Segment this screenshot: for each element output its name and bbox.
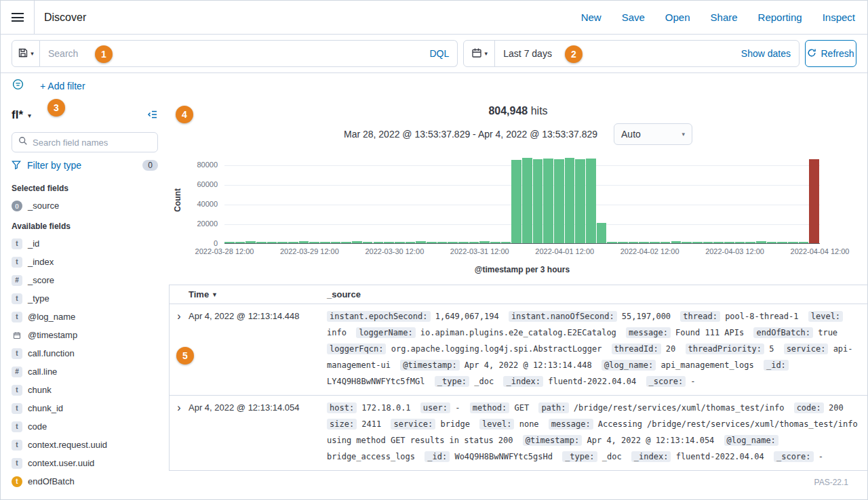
refresh-button[interactable]: Refresh <box>805 40 856 67</box>
field-item-call.line[interactable]: #call.line <box>12 362 158 381</box>
histogram-bar[interactable] <box>618 242 628 243</box>
column-header-time[interactable]: Time ▼ <box>189 289 327 299</box>
histogram-bar[interactable] <box>437 242 448 243</box>
histogram-bar[interactable] <box>406 242 416 243</box>
add-filter-button[interactable]: + Add filter <box>40 81 85 91</box>
histogram-bar[interactable] <box>745 242 755 243</box>
histogram-bar[interactable] <box>799 242 809 243</box>
header-action-share[interactable]: Share <box>711 12 738 23</box>
histogram-bar[interactable] <box>767 242 777 243</box>
histogram-bar[interactable] <box>724 242 734 243</box>
time-range-display[interactable]: Last 7 days Show dates <box>495 41 799 66</box>
histogram-bar[interactable] <box>427 242 437 243</box>
collapse-sidebar-button[interactable] <box>147 109 158 122</box>
histogram-bar[interactable] <box>671 241 682 243</box>
histogram-bar[interactable] <box>735 242 745 243</box>
histogram-bar[interactable] <box>650 242 660 243</box>
field-name-label: _source <box>28 201 59 211</box>
histogram-bar[interactable] <box>703 242 713 243</box>
histogram-bar[interactable] <box>320 242 330 243</box>
histogram-bar[interactable] <box>479 241 490 243</box>
histogram-bar-current[interactable] <box>809 159 819 243</box>
x-tick-label: 2022-03-28 12:00 <box>195 247 254 255</box>
field-item-call.function[interactable]: tcall.function <box>12 344 158 362</box>
field-item-chunk[interactable]: tchunk <box>12 381 158 399</box>
field-item-_index[interactable]: t_index <box>12 253 158 271</box>
field-item-context.request.uuid[interactable]: tcontext.request.uuid <box>12 436 158 454</box>
dql-button[interactable]: DQL <box>429 48 449 59</box>
histogram-bar[interactable] <box>245 241 256 243</box>
header-action-new[interactable]: New <box>581 12 601 23</box>
histogram-bar[interactable] <box>448 242 458 243</box>
field-item-context.user.uuid[interactable]: tcontext.user.uuid <box>12 454 158 472</box>
field-item-endOfBatch[interactable]: tendOfBatch <box>12 472 158 491</box>
histogram-bar[interactable] <box>267 242 277 243</box>
interval-value: Auto <box>621 129 641 140</box>
histogram-bar[interactable] <box>543 159 553 243</box>
header-action-open[interactable]: Open <box>665 12 690 23</box>
histogram-bar[interactable] <box>224 242 235 243</box>
expand-row-button[interactable]: › <box>170 308 189 323</box>
field-item-@log_name[interactable]: t@log_name <box>12 308 158 326</box>
annotation-step-4: 4 <box>176 106 193 123</box>
field-search-input[interactable]: Search field names <box>12 132 158 152</box>
field-item-_type[interactable]: t_type <box>12 289 158 308</box>
histogram-bar[interactable] <box>511 160 521 244</box>
histogram-bar[interactable] <box>682 242 692 243</box>
menu-button[interactable] <box>1 1 34 34</box>
histogram-bar[interactable] <box>788 242 798 243</box>
field-item-chunk_id[interactable]: tchunk_id <box>12 399 158 417</box>
string-field-icon: t <box>12 238 22 249</box>
histogram-bar[interactable] <box>713 242 724 243</box>
filter-set-icon[interactable] <box>12 79 24 93</box>
header-action-inspect[interactable]: Inspect <box>823 12 855 23</box>
histogram-bar[interactable] <box>309 242 319 243</box>
header-action-reporting[interactable]: Reporting <box>758 12 802 23</box>
saved-query-button[interactable]: ▾ <box>12 40 40 67</box>
histogram-bar[interactable] <box>416 241 426 243</box>
field-item-_id[interactable]: t_id <box>12 234 158 253</box>
histogram-bar[interactable] <box>395 242 405 243</box>
discover-app: Discover NewSaveOpenShareReportingInspec… <box>0 0 868 500</box>
histogram-bar[interactable] <box>331 242 341 243</box>
field-item-code[interactable]: tcode <box>12 417 158 436</box>
histogram-bar[interactable] <box>374 242 384 243</box>
histogram-bar[interactable] <box>501 242 511 243</box>
histogram-bar[interactable] <box>458 242 469 243</box>
histogram-bar[interactable] <box>256 242 267 243</box>
histogram-bar[interactable] <box>341 242 351 243</box>
histogram-bar[interactable] <box>756 241 766 243</box>
field-item-_source[interactable]: ()_source <box>12 196 158 215</box>
histogram-bar[interactable] <box>235 242 245 243</box>
histogram-bar[interactable] <box>363 242 373 243</box>
histogram-bar[interactable] <box>777 242 787 243</box>
histogram-bar[interactable] <box>660 242 671 243</box>
histogram-bar[interactable] <box>533 159 543 244</box>
show-dates-button[interactable]: Show dates <box>741 48 791 59</box>
histogram-bar[interactable] <box>288 242 298 243</box>
expand-row-button[interactable]: › <box>170 400 189 415</box>
index-pattern-select[interactable]: fl* <box>12 108 23 122</box>
histogram-bar[interactable] <box>629 242 639 243</box>
histogram-bar[interactable] <box>565 158 575 243</box>
histogram-bar[interactable] <box>469 242 479 243</box>
histogram-bar[interactable] <box>299 241 309 243</box>
field-item-@timestamp[interactable]: @timestamp <box>12 326 158 344</box>
histogram-bar[interactable] <box>522 158 532 243</box>
histogram-bar[interactable] <box>597 223 607 243</box>
histogram-bar[interactable] <box>277 242 288 243</box>
histogram-bar[interactable] <box>490 242 500 243</box>
field-item-_score[interactable]: #_score <box>12 271 158 289</box>
histogram-bar[interactable] <box>384 242 394 243</box>
interval-select[interactable]: Auto ▾ <box>614 123 692 145</box>
histogram-bar[interactable] <box>554 159 564 243</box>
histogram-bar[interactable] <box>639 242 649 243</box>
calendar-button[interactable]: ▾ <box>464 41 495 66</box>
header-action-save[interactable]: Save <box>622 12 645 23</box>
histogram-bar[interactable] <box>586 159 596 243</box>
histogram-bar[interactable] <box>607 242 617 243</box>
filter-by-type-button[interactable]: Filter by type 0 <box>12 154 158 177</box>
histogram-bar[interactable] <box>692 242 703 243</box>
histogram-bar[interactable] <box>575 159 585 243</box>
histogram-bar[interactable] <box>352 241 362 243</box>
